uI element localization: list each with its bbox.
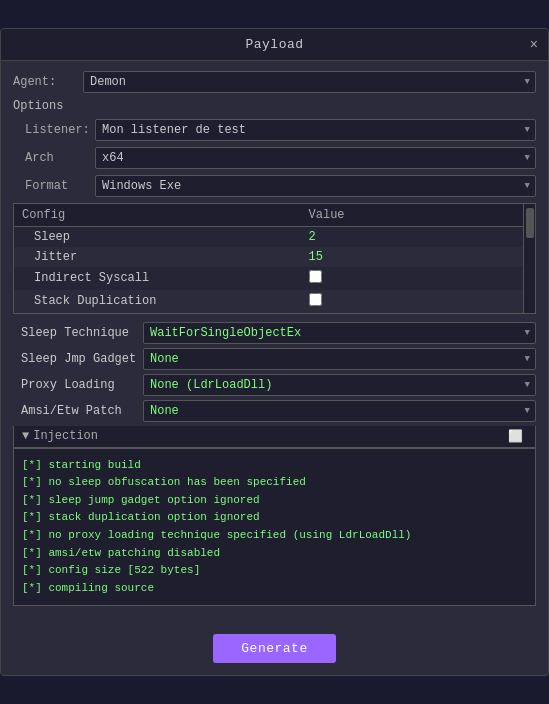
sleep-jmp-gadget-select-wrapper: None [143,348,536,370]
agent-select[interactable]: Demon [83,71,536,93]
proxy-loading-row: Proxy Loading None (LdrLoadDll) [13,374,536,396]
footer: Generate [1,626,548,675]
payload-dialog: Payload × Agent: Demon Options Listener:… [0,28,549,677]
sleep-technique-select-wrapper: WaitForSingleObjectEx [143,322,536,344]
format-select-wrapper: Windows Exe [95,175,536,197]
proxy-loading-label: Proxy Loading [13,378,143,392]
proxy-loading-select[interactable]: None (LdrLoadDll) [143,374,536,396]
sleep-technique-select[interactable]: WaitForSingleObjectEx [143,322,536,344]
amsi-etw-row: Amsi/Etw Patch None [13,400,536,422]
console-line: [*] amsi/etw patching disabled [22,545,527,563]
config-stack-label: Stack Duplication [14,290,301,313]
table-row: Jitter 15 [14,247,535,267]
sleep-jmp-gadget-label: Sleep Jmp Gadget [13,352,143,366]
agent-label: Agent: [13,75,83,89]
dialog-title: Payload [245,37,303,52]
config-jitter-value[interactable]: 15 [301,247,535,267]
table-row: Indirect Syscall [14,267,535,290]
injection-section[interactable]: ▼ Injection ⬜ [13,426,536,448]
config-indirect-checkbox[interactable] [301,267,535,290]
agent-row: Agent: Demon [13,71,536,93]
sleep-technique-row: Sleep Technique WaitForSingleObjectEx [13,322,536,344]
config-table: Config Value Sleep 2 Jitter 15 Indirect … [14,204,535,313]
console-line: [*] no proxy loading technique specified… [22,527,527,545]
proxy-loading-select-wrapper: None (LdrLoadDll) [143,374,536,396]
listener-label: Listener: [25,123,95,137]
scrollbar[interactable] [523,204,535,313]
sleep-technique-label: Sleep Technique [13,326,143,340]
injection-expand-icon: ⬜ [508,429,523,444]
titlebar: Payload × [1,29,548,61]
sleep-jmp-gadget-row: Sleep Jmp Gadget None [13,348,536,370]
stack-duplication-checkbox[interactable] [309,293,322,306]
close-button[interactable]: × [530,37,538,51]
format-select[interactable]: Windows Exe [95,175,536,197]
amsi-etw-select[interactable]: None [143,400,536,422]
config-sleep-value[interactable]: 2 [301,226,535,247]
console-output: [*] starting build [*] no sleep obfuscat… [13,448,536,607]
listener-select[interactable]: Mon listener de test [95,119,536,141]
sleep-jmp-gadget-select[interactable]: None [143,348,536,370]
config-jitter-label: Jitter [14,247,301,267]
config-table-wrapper: Config Value Sleep 2 Jitter 15 Indirect … [13,203,536,314]
generate-button[interactable]: Generate [213,634,335,663]
console-line: [*] config size [522 bytes] [22,562,527,580]
arch-select-wrapper: x64 [95,147,536,169]
amsi-etw-select-wrapper: None [143,400,536,422]
amsi-etw-label: Amsi/Etw Patch [13,404,143,418]
console-line: [*] no sleep obfuscation has been specif… [22,474,527,492]
console-line: [*] sleep jump gadget option ignored [22,492,527,510]
console-line: [*] compiling source [22,580,527,598]
collapse-icon: ▼ [22,429,29,443]
table-row: Stack Duplication [14,290,535,313]
config-stack-checkbox[interactable] [301,290,535,313]
injection-label: Injection [33,429,98,443]
col-value: Value [301,204,535,227]
console-line: [*] starting build [22,457,527,475]
indirect-syscall-checkbox[interactable] [309,270,322,283]
config-indirect-label: Indirect Syscall [14,267,301,290]
options-label: Options [13,99,536,113]
dialog-body: Agent: Demon Options Listener: Mon liste… [1,61,548,627]
agent-select-wrapper: Demon [83,71,536,93]
scrollbar-thumb [526,208,534,238]
console-line: [*] stack duplication option ignored [22,509,527,527]
table-row: Sleep 2 [14,226,535,247]
arch-row: Arch x64 [13,147,536,169]
arch-label: Arch [25,151,95,165]
arch-select[interactable]: x64 [95,147,536,169]
listener-select-wrapper: Mon listener de test [95,119,536,141]
col-config: Config [14,204,301,227]
config-sleep-label: Sleep [14,226,301,247]
listener-row: Listener: Mon listener de test [13,119,536,141]
format-row: Format Windows Exe [13,175,536,197]
format-label: Format [25,179,95,193]
